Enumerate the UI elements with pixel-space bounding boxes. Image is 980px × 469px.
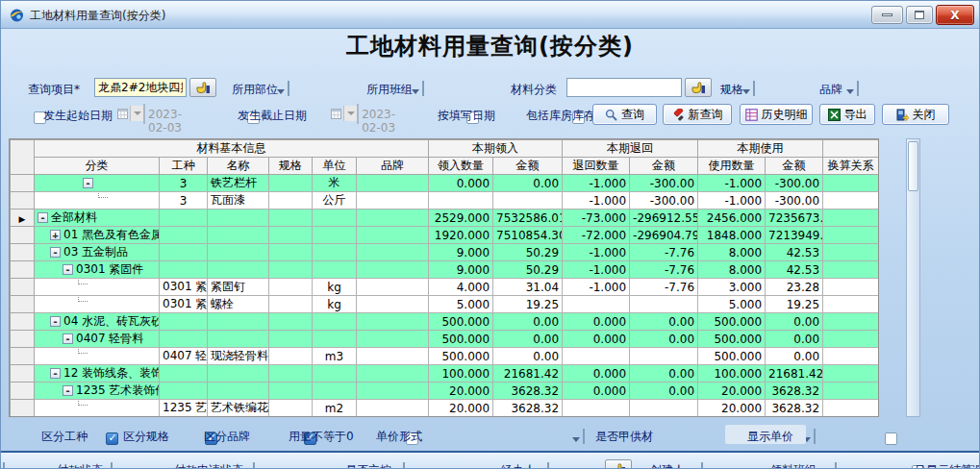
column-header-12[interactable]: 换算关系 bbox=[823, 158, 879, 175]
use-amount-cell: 7235673.46 bbox=[766, 210, 823, 227]
row-selector-cell[interactable]: ▶ bbox=[11, 210, 35, 227]
conversion-cell bbox=[823, 417, 879, 418]
payment-request-status-combobox[interactable] bbox=[253, 462, 255, 469]
spec-cell bbox=[269, 417, 313, 418]
table-row[interactable]: -0301 紧固件9.00050.29-1.000-7.768.00042.53 bbox=[11, 261, 879, 279]
collapse-toggle-icon[interactable]: - bbox=[38, 212, 48, 223]
split-brand-label: 区分品牌 bbox=[204, 429, 250, 445]
collapse-toggle-icon[interactable]: - bbox=[50, 368, 61, 379]
row-selector-cell[interactable] bbox=[11, 261, 35, 279]
end-date-field[interactable]: 2023-02-03 bbox=[357, 104, 359, 124]
table-row[interactable]: 3瓦面漆公斤-1.000-300.00-1.000-300.00 bbox=[11, 192, 879, 210]
collapse-toggle-icon[interactable]: - bbox=[63, 385, 73, 396]
brand-combobox[interactable] bbox=[857, 81, 859, 96]
row-selector-cell[interactable] bbox=[11, 244, 35, 261]
collapse-toggle-icon[interactable]: - bbox=[63, 333, 73, 344]
table-vscrollbar[interactable] bbox=[906, 138, 920, 417]
brand-cell bbox=[357, 192, 429, 210]
picking-crew-combobox[interactable] bbox=[835, 462, 837, 469]
table-row[interactable]: 0301 紧固紧固钉kg4.00031.04-1.000-7.763.00023… bbox=[11, 279, 879, 296]
row-selector-cell[interactable] bbox=[11, 296, 35, 313]
clipped-lookup-button[interactable] bbox=[605, 459, 632, 469]
close-form-button[interactable]: 关闭 bbox=[882, 104, 949, 125]
column-header-11[interactable]: 金额 bbox=[766, 158, 823, 175]
new-query-button[interactable]: 新查询 bbox=[663, 104, 732, 125]
collapse-toggle-icon[interactable]: - bbox=[63, 264, 73, 275]
table-row[interactable]: 0407 轻骨现浇轻骨料m3500.0000.00500.0000.00 bbox=[11, 348, 879, 365]
is-control-combobox[interactable] bbox=[403, 462, 405, 469]
row-selector-cell[interactable] bbox=[11, 227, 35, 244]
row-selector-cell[interactable] bbox=[11, 365, 35, 383]
material-category-lookup-button[interactable] bbox=[685, 78, 712, 97]
project-input[interactable] bbox=[94, 78, 187, 97]
column-header-9[interactable]: 金额 bbox=[630, 158, 698, 175]
brand-cell bbox=[357, 365, 429, 383]
split-worktype-checkbox[interactable] bbox=[106, 432, 118, 445]
use-amount-cell: 0.00 bbox=[766, 331, 823, 348]
row-selector-cell[interactable] bbox=[11, 313, 35, 331]
crew-combobox[interactable] bbox=[422, 81, 424, 96]
query-button[interactable]: 查询 bbox=[592, 104, 657, 125]
table-row[interactable]: -04 水泥、砖瓦灰砂500.0000.000.0000.00500.0000.… bbox=[11, 313, 879, 331]
clipped-combobox[interactable] bbox=[3, 462, 5, 469]
table-row[interactable]: -0407 轻骨料500.0000.000.0000.00500.0000.00 bbox=[11, 331, 879, 348]
column-header-7[interactable]: 金额 bbox=[493, 158, 563, 175]
table-row[interactable]: -3铁艺栏杆米0.0000.00-1.000-300.00-1.000-300.… bbox=[11, 175, 879, 192]
table-body: -3铁艺栏杆米0.0000.00-1.000-300.00-1.000-300.… bbox=[11, 175, 879, 418]
column-header-1[interactable]: 工种 bbox=[160, 158, 208, 175]
part-combobox[interactable] bbox=[288, 81, 289, 96]
row-selector-cell[interactable] bbox=[11, 192, 35, 210]
column-header-8[interactable]: 退回数量 bbox=[563, 158, 630, 175]
return-amount-cell bbox=[630, 348, 698, 365]
material-category-input[interactable] bbox=[566, 78, 682, 97]
table-row[interactable]: -1239 装饰字80.00018053.100.0000.0080.00018… bbox=[11, 417, 879, 418]
row-selector-cell[interactable] bbox=[11, 331, 35, 348]
show-unit-price-checkbox[interactable] bbox=[885, 432, 897, 445]
table-row[interactable]: +01 黑色及有色金属1920.0007510854.30-72.000-296… bbox=[11, 227, 879, 244]
export-button[interactable]: 导出 bbox=[819, 104, 875, 125]
owner-supplied-combobox[interactable] bbox=[814, 429, 816, 444]
row-selector-cell[interactable] bbox=[11, 383, 35, 400]
row-selector-cell[interactable] bbox=[11, 417, 35, 418]
price-form-combobox[interactable]: 加权平均价(总库值/总库存量) bbox=[583, 429, 585, 444]
table-row[interactable]: -03 五金制品9.00050.29-1.000-7.768.00042.53 bbox=[11, 244, 879, 261]
table-row[interactable]: 0301 紧固螺栓kg5.00019.255.00019.25 bbox=[11, 296, 879, 313]
minimize-button[interactable] bbox=[871, 6, 903, 24]
handler-combobox[interactable] bbox=[547, 462, 549, 469]
category-text: 04 水泥、砖瓦灰砂 bbox=[63, 313, 159, 330]
table-row[interactable]: ▶-全部材料2529.0007532586.01-73.000-296912.5… bbox=[11, 210, 879, 227]
column-header-2[interactable]: 名称 bbox=[208, 158, 269, 175]
creator-combobox[interactable] bbox=[701, 462, 703, 469]
collapse-toggle-icon[interactable]: - bbox=[50, 316, 61, 327]
column-header-5[interactable]: 品牌 bbox=[357, 158, 429, 175]
history-detail-button[interactable]: 历史明细 bbox=[740, 104, 813, 125]
export-button-label: 导出 bbox=[844, 107, 867, 123]
row-selector-cell[interactable] bbox=[11, 348, 35, 365]
scrollbar-thumb[interactable] bbox=[908, 141, 918, 191]
column-header-0[interactable]: 分类 bbox=[35, 158, 160, 175]
spec-combobox[interactable] bbox=[753, 81, 755, 96]
column-header-3[interactable]: 规格 bbox=[269, 158, 313, 175]
collapse-toggle-icon[interactable]: - bbox=[83, 178, 93, 188]
maximize-button[interactable] bbox=[906, 6, 933, 24]
payment-status-combobox[interactable] bbox=[111, 462, 113, 469]
table-row[interactable]: -1235 艺术装饰件20.0003628.320.0000.0020.0003… bbox=[11, 383, 879, 400]
table-row[interactable]: -12 装饰线条、装饰100.00021681.420.0000.00100.0… bbox=[11, 365, 879, 383]
table-row[interactable]: 1235 艺术艺术铁编花m220.0003628.3220.0003628.32 bbox=[11, 400, 879, 417]
title-bar[interactable]: 工地材料用量查询(按分类) X bbox=[1, 1, 979, 29]
collapse-toggle-icon[interactable]: - bbox=[50, 247, 61, 258]
project-lookup-button[interactable] bbox=[189, 78, 216, 97]
receive-qty-cell: 500.000 bbox=[429, 348, 493, 365]
row-selector-cell[interactable] bbox=[11, 175, 35, 192]
column-header-6[interactable]: 领入数量 bbox=[429, 158, 493, 175]
close-button[interactable]: X bbox=[936, 5, 974, 25]
column-header-4[interactable]: 单位 bbox=[313, 158, 357, 175]
expand-toggle-icon[interactable]: + bbox=[50, 230, 61, 240]
start-date-field[interactable]: 2023-02-03 bbox=[143, 104, 145, 124]
category-text: 全部材料 bbox=[51, 210, 97, 226]
row-selector-cell[interactable] bbox=[11, 400, 35, 417]
row-selector-cell[interactable] bbox=[11, 279, 35, 296]
column-header-10[interactable]: 使用数量 bbox=[698, 158, 766, 175]
start-date-label: 发生起始日期 bbox=[43, 108, 113, 124]
category-text: 1235 艺术装饰件 bbox=[76, 383, 159, 399]
